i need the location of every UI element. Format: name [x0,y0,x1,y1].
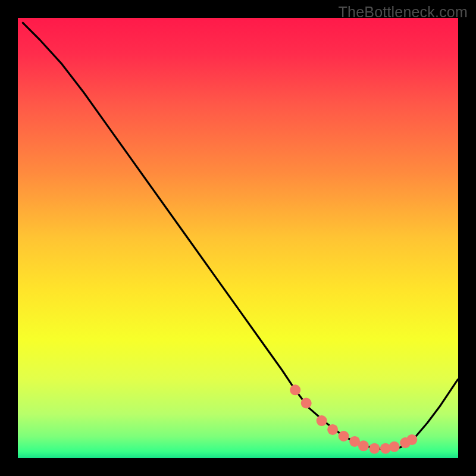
chart-svg [18,18,458,458]
chart-frame: TheBottleneck.com [0,0,476,476]
data-marker [327,424,338,435]
data-marker [339,431,349,441]
data-marker [380,443,391,454]
data-marker [358,440,369,451]
data-marker [389,441,400,452]
data-marker [369,443,380,454]
data-marker [406,434,417,445]
data-marker [301,398,312,409]
chart-plot-area [18,18,458,458]
data-marker [290,384,300,395]
gradient-background [18,18,458,458]
data-marker [317,415,327,426]
